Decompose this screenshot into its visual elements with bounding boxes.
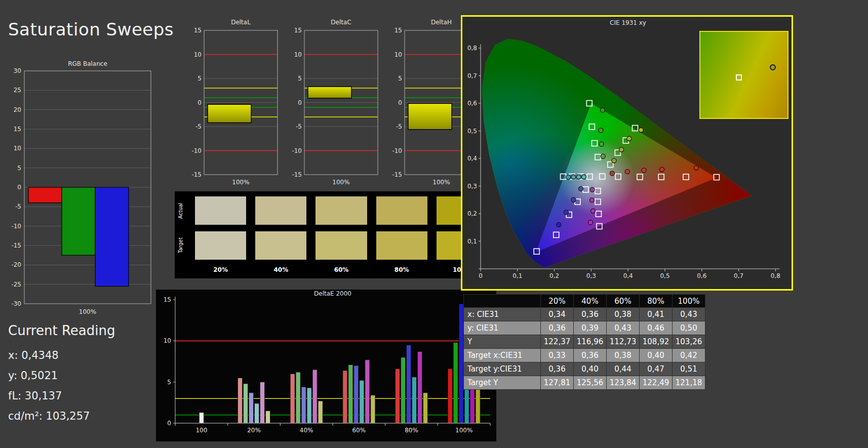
table-cell: 123,84 xyxy=(607,376,640,390)
measured-point xyxy=(619,147,624,152)
cie-1931-panel[interactable]: CIE 1931 xy00,10,20,30,40,50,60,70,80,10… xyxy=(461,15,793,291)
table-cell: 0,34 xyxy=(541,308,574,321)
table-row-label: y: CIE31 xyxy=(464,321,541,335)
svg-text:60%: 60% xyxy=(352,427,366,434)
current-reading-title: Current Reading xyxy=(8,323,115,338)
table-row: Y122,37116,96112,73108,92103,26 xyxy=(464,335,705,349)
table-cell: 0,41 xyxy=(640,308,673,321)
swatch-row-label: Target xyxy=(178,231,186,260)
deltae-bar xyxy=(396,369,400,423)
svg-text:5: 5 xyxy=(398,75,402,82)
svg-text:0,4: 0,4 xyxy=(623,272,633,279)
svg-text:-15: -15 xyxy=(191,171,202,178)
table-row-label: Y xyxy=(464,335,541,349)
measured-point xyxy=(590,187,595,192)
deltae-bar xyxy=(307,388,311,423)
reading-line: fL: 30,137 xyxy=(8,386,115,406)
swatch-col-label: 40% xyxy=(255,266,306,276)
measured-point xyxy=(557,222,561,227)
svg-text:100%: 100% xyxy=(79,308,96,315)
svg-text:0,2: 0,2 xyxy=(549,272,559,279)
svg-text:10: 10 xyxy=(194,51,202,58)
measured-point xyxy=(642,168,646,173)
deltac-bar xyxy=(308,87,351,98)
deltae-bar xyxy=(318,401,323,423)
swatch-comparison-panel[interactable]: ActualTarget20%40%60%80%100% xyxy=(175,191,495,278)
deltae-bar xyxy=(312,370,317,423)
rgb-bar-red xyxy=(28,187,62,203)
svg-text:DeltaC: DeltaC xyxy=(331,19,351,26)
svg-text:-20: -20 xyxy=(11,261,21,268)
rgb-balance-chart[interactable]: RGB Balance-30-25-20-15-10-5051015202530… xyxy=(5,60,157,320)
table-cell: 0,51 xyxy=(673,362,705,376)
deltae-bar xyxy=(343,371,347,423)
svg-text:0: 0 xyxy=(198,99,202,106)
table-col-header: 60% xyxy=(607,295,640,308)
deltae-bar xyxy=(360,380,364,423)
reading-line: x: 0,4348 xyxy=(8,345,115,365)
table-col-header: 80% xyxy=(640,295,673,308)
svg-text:DeltaH: DeltaH xyxy=(431,19,452,26)
svg-text:0,8: 0,8 xyxy=(467,45,477,52)
svg-text:-25: -25 xyxy=(11,281,21,288)
svg-text:-30: -30 xyxy=(11,300,21,307)
svg-text:25: 25 xyxy=(14,87,21,94)
current-reading-values: x: 0,4348y: 0,5021fL: 30,137cd/m²: 103,2… xyxy=(8,345,115,426)
table-cell: 0,43 xyxy=(607,321,640,335)
measured-point xyxy=(566,175,571,180)
deltae-bar xyxy=(238,378,243,423)
table-row: Target Y127,81125,56123,84122,49121,18 xyxy=(464,376,705,390)
swatch-col-label: 80% xyxy=(376,266,427,276)
table-row-label: Target y:CIE31 xyxy=(464,362,541,376)
svg-text:30: 30 xyxy=(14,67,21,74)
deltae-bar xyxy=(249,393,254,423)
table-cell: 122,37 xyxy=(541,335,574,349)
swatch-row-label: Actual xyxy=(178,196,186,225)
svg-text:100%: 100% xyxy=(232,179,249,186)
svg-text:15: 15 xyxy=(194,27,202,34)
svg-text:10: 10 xyxy=(294,51,302,58)
deltae-bar xyxy=(255,403,259,423)
measured-point xyxy=(599,142,604,146)
table-row-label: Target x:CIE31 xyxy=(464,349,541,362)
table-row: x: CIE310,340,360,380,410,43 xyxy=(464,308,705,321)
measurement-table: 20%40%60%80%100%x: CIE310,340,360,380,41… xyxy=(463,294,705,390)
svg-text:15: 15 xyxy=(294,27,302,34)
table-col-header: 20% xyxy=(541,295,574,308)
svg-text:15: 15 xyxy=(394,27,402,34)
svg-text:DeltaE 2000: DeltaE 2000 xyxy=(314,290,351,297)
svg-text:0,7: 0,7 xyxy=(734,272,743,279)
swatch-col-label: 60% xyxy=(315,266,367,276)
table-cell: 127,81 xyxy=(541,376,574,390)
svg-text:20%: 20% xyxy=(247,427,261,434)
deltae-bar xyxy=(260,382,265,423)
svg-text:-15: -15 xyxy=(11,242,21,249)
svg-text:-5: -5 xyxy=(396,123,402,130)
calibration-report: Saturation Sweeps RGB Balance-30-25-20-1… xyxy=(0,0,868,448)
delta-c-chart[interactable]: DeltaC-15-10-5051015100% xyxy=(285,18,381,190)
svg-text:100%: 100% xyxy=(332,179,349,186)
svg-text:-5: -5 xyxy=(15,203,21,210)
measured-point xyxy=(627,136,632,141)
svg-text:0,1: 0,1 xyxy=(512,272,522,279)
svg-text:0,5: 0,5 xyxy=(660,272,669,279)
table-cell: 125,56 xyxy=(574,376,607,390)
swatch-actual-40% xyxy=(255,196,306,225)
measured-point xyxy=(564,210,568,215)
reading-line: y: 0,5021 xyxy=(8,365,115,386)
deltae-bar xyxy=(401,357,406,423)
svg-text:5: 5 xyxy=(17,165,21,172)
svg-text:0,7: 0,7 xyxy=(467,72,477,79)
delta-l-chart[interactable]: DeltaL-15-10-5051015100% xyxy=(185,18,281,190)
measured-point xyxy=(610,171,614,176)
deltae-2000-chart[interactable]: DeltaE 200005101510020%40%60%80%100% xyxy=(156,290,496,441)
table-cell: 0,36 xyxy=(574,349,607,362)
table-cell: 121,18 xyxy=(673,376,705,390)
svg-text:-15: -15 xyxy=(392,171,402,178)
svg-text:-5: -5 xyxy=(296,123,302,130)
svg-text:RGB Balance: RGB Balance xyxy=(68,60,107,67)
svg-text:10: 10 xyxy=(164,337,171,344)
measured-point xyxy=(694,166,698,170)
rgb-bar-green xyxy=(62,187,95,255)
swatch-col-label: 20% xyxy=(195,266,246,276)
